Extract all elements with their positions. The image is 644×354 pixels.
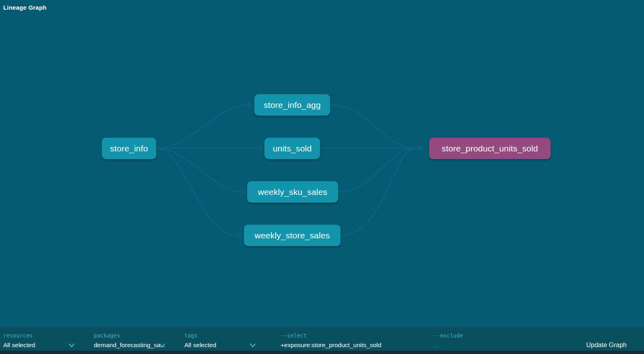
filter-select: --select +exposure:store_product_units_s…: [281, 327, 429, 351]
update-graph-button[interactable]: Update Graph: [586, 342, 627, 349]
filter-toolbar: resources All selected packages demand_f…: [0, 327, 644, 351]
edge-store_info-store_info_agg: [157, 105, 249, 149]
footer-strip: [0, 351, 644, 354]
filter-resources: resources All selected: [3, 327, 90, 351]
lineage-graph-app: Lineage Graph store_inf: [0, 0, 644, 354]
chevron-down-icon: [68, 343, 75, 348]
node-store-info[interactable]: store_info: [102, 138, 156, 159]
edges-layer: [0, 0, 644, 327]
edge-store_info-weekly_store_sales: [157, 149, 237, 236]
filter-tags: tags All selected: [184, 327, 271, 351]
node-weekly-store-sales[interactable]: weekly_store_sales: [244, 225, 341, 246]
edge-store_info_agg-store_product_units_sold: [330, 105, 415, 149]
select-label: --select: [281, 332, 307, 339]
tags-value: All selected: [184, 342, 216, 349]
node-weekly-sku-sales[interactable]: weekly_sku_sales: [247, 181, 338, 203]
packages-dropdown[interactable]: demand_forecasting_sa...: [94, 342, 180, 350]
resources-value: All selected: [3, 342, 35, 349]
node-store-product-units-sold[interactable]: store_product_units_sold: [429, 138, 551, 159]
select-value: +exposure:store_product_units_sold: [281, 342, 381, 349]
filter-exclude: --exclude ...: [433, 327, 554, 351]
resources-dropdown[interactable]: All selected: [3, 342, 90, 350]
select-input[interactable]: +exposure:store_product_units_sold: [281, 342, 429, 350]
resources-label: resources: [3, 332, 33, 339]
filter-packages: packages demand_forecasting_sa...: [94, 327, 180, 351]
exclude-input[interactable]: ...: [433, 342, 554, 350]
tags-dropdown[interactable]: All selected: [184, 342, 271, 350]
edge-weekly_sku_sales-store_product_units_sold: [338, 149, 415, 192]
node-store-info-agg[interactable]: store_info_agg: [254, 94, 330, 116]
chevron-down-icon: [250, 343, 256, 348]
lineage-graph-canvas[interactable]: store_info store_info_agg units_sold wee…: [0, 0, 644, 327]
exclude-value: ...: [433, 342, 439, 349]
packages-value: demand_forecasting_sa...: [94, 342, 165, 349]
tags-label: tags: [184, 332, 198, 339]
packages-label: packages: [94, 332, 120, 339]
edge-weekly_store_sales-store_product_units_sold: [341, 149, 415, 236]
node-units-sold[interactable]: units_sold: [264, 138, 320, 159]
exclude-label: --exclude: [433, 332, 463, 339]
chevron-down-icon: [159, 343, 165, 348]
